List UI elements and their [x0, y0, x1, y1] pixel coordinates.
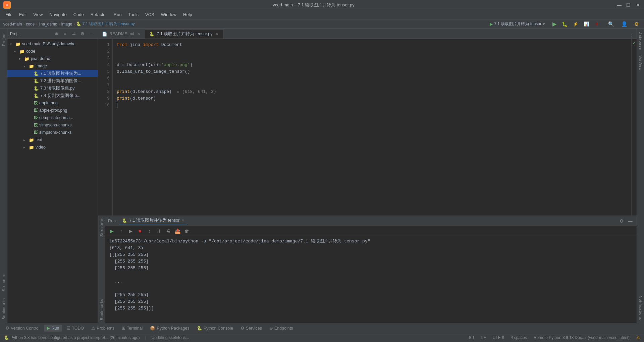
tab-71py[interactable]: 🐍 7.1 读取图片并转为 tensor.py ✕	[145, 29, 223, 39]
run-settings-btn[interactable]: ⚙	[618, 217, 625, 225]
menu-refactor[interactable]: Refactor	[88, 11, 110, 18]
status-remote[interactable]: Remote Python 3.9.13 Doc...r (vced-main-…	[532, 335, 631, 340]
editor-area: 📄 README.md ✕ 🐍 7.1 读取图片并转为 tensor.py ✕ …	[98, 29, 637, 323]
run-print-btn[interactable]: 🖨	[164, 227, 172, 235]
panel-collapse-btn[interactable]: —	[88, 30, 95, 38]
tree-item-74[interactable]: ▸ 🐍 7.4 切割大型图像.p...	[7, 92, 98, 99]
settings-button[interactable]: ⚙	[632, 20, 641, 28]
run-export-btn[interactable]: 📤	[174, 227, 181, 235]
status-python-info[interactable]: 🐍 Python 3.8 has been configured as a pr…	[3, 335, 141, 340]
bottom-tab-todo[interactable]: ☑ TODO	[64, 325, 87, 332]
breadcrumb-root[interactable]: vced-main	[3, 22, 22, 26]
bottom-tab-version-control[interactable]: ⚙ Version Control	[3, 325, 42, 332]
run-tab-close[interactable]: ✕	[181, 218, 184, 223]
menu-run[interactable]: Run	[111, 11, 124, 18]
tab-readme[interactable]: 📄 README.md ✕	[98, 29, 145, 39]
status-lf[interactable]: LF	[480, 335, 487, 340]
bottom-tab-python-console[interactable]: 🐍 Python Console	[194, 325, 236, 332]
py-file-icon: 🐍	[34, 93, 39, 98]
tree-item-72[interactable]: ▸ 🐍 7.2 进行简单的图像...	[7, 77, 98, 84]
title-bar-left	[3, 1, 11, 9]
user-button[interactable]: 👤	[619, 20, 630, 28]
database-label[interactable]: Database	[637, 29, 644, 53]
menu-vcs[interactable]: VCS	[143, 11, 157, 18]
code-content[interactable]: from jina import Document d = Document(u…	[113, 39, 631, 216]
bottom-tab-problems[interactable]: ⚠ Problems	[89, 325, 117, 332]
packages-label: Python Packages	[157, 326, 189, 331]
breadcrumb-image[interactable]: image	[61, 22, 72, 26]
bottom-tab-run[interactable]: ▶ Run	[44, 325, 62, 332]
tree-item-complicated[interactable]: ▸ 🖼 complicated-ima...	[7, 114, 98, 121]
tab-readme-close[interactable]: ✕	[136, 32, 141, 36]
menu-tools[interactable]: Tools	[126, 11, 141, 18]
project-label[interactable]: Project	[0, 29, 7, 49]
profile-button[interactable]: 📊	[582, 20, 591, 27]
tree-arrow: ▸	[23, 146, 28, 149]
menu-navigate[interactable]: Navigate	[47, 11, 69, 18]
panel-list-btn[interactable]: ≡	[61, 30, 69, 38]
run-split-btn[interactable]: ↕	[146, 227, 153, 235]
status-line-col[interactable]: 8:1	[468, 335, 476, 340]
run-bookmarks-label[interactable]: Bookmarks	[98, 296, 105, 323]
notifications-label[interactable]: Notifications	[637, 293, 644, 323]
tree-item-apple-proc[interactable]: ▸ 🖼 apple-proc.png	[7, 107, 98, 114]
run-clear-btn[interactable]: 🗑	[183, 227, 191, 235]
tree-item-73[interactable]: ▸ 🐍 7.3 读取图像集.py	[7, 84, 98, 92]
bookmarks-label[interactable]: Bookmarks	[0, 295, 7, 323]
run-tab[interactable]: 🐍 7.1 读取图片并转为 tensor ✕	[119, 216, 187, 225]
tree-item-apple-png[interactable]: ▸ 🖼 apple.png	[7, 99, 98, 107]
run-collapse-btn[interactable]: —	[627, 217, 634, 225]
code-line-10	[117, 102, 627, 109]
run-scroll-up-btn[interactable]: ↑	[117, 227, 125, 235]
tree-item-text[interactable]: ▸ 📁 text	[7, 136, 98, 144]
tab-bar: 📄 README.md ✕ 🐍 7.1 读取图片并转为 tensor.py ✕ …	[98, 29, 637, 39]
panel-settings-btn[interactable]: ⚙	[79, 30, 86, 38]
run-restart-btn[interactable]: ▶	[108, 227, 115, 235]
close-button[interactable]: ✕	[635, 2, 641, 8]
menu-help[interactable]: Help	[180, 11, 195, 18]
bottom-tab-endpoints[interactable]: ⊕ Endpoints	[267, 325, 296, 332]
structure-label[interactable]: Structure	[0, 270, 7, 295]
breadcrumb-code[interactable]: code	[26, 22, 35, 26]
search-toolbar-button[interactable]: 🔍	[606, 20, 616, 28]
stop-button[interactable]: ⏸	[592, 20, 601, 27]
panel-sort-btn[interactable]: ⇄	[70, 30, 77, 38]
run-label: Run:	[108, 219, 117, 223]
tree-item-simpsons1[interactable]: ▸ 🖼 simpsons-chunks.	[7, 121, 98, 129]
panel-add-btn[interactable]: ⊕	[53, 30, 60, 38]
breadcrumb-file[interactable]: 🐍 7.1 读取图片并转为 tensor.py	[76, 21, 135, 27]
maximize-button[interactable]: ❐	[626, 2, 631, 8]
status-spaces[interactable]: 4 spaces	[509, 335, 528, 340]
status-updating[interactable]: Updating skeletons...	[150, 335, 191, 340]
tree-item-image[interactable]: ▾ 📁 image	[7, 62, 98, 70]
menu-edit[interactable]: Edit	[16, 11, 29, 18]
tree-item-jinademo[interactable]: ▾ 📁 jina_demo	[7, 55, 98, 62]
bottom-tab-python-packages[interactable]: 📦 Python Packages	[147, 325, 192, 332]
status-warning[interactable]: ⚠	[635, 335, 641, 340]
menu-file[interactable]: File	[3, 11, 15, 18]
breadcrumb-jina[interactable]: jina_demo	[39, 22, 57, 26]
menu-window[interactable]: Window	[158, 11, 179, 18]
run-structure-label[interactable]: Structure	[98, 216, 105, 239]
bottom-tab-terminal[interactable]: ⊞ Terminal	[119, 325, 145, 332]
run-with-coverage[interactable]: ⚡	[571, 20, 580, 27]
minimize-button[interactable]: —	[616, 2, 622, 8]
menu-view[interactable]: View	[31, 11, 45, 18]
status-encoding[interactable]: UTF-8	[491, 335, 505, 340]
tree-item-code[interactable]: ▾ 📁 code	[7, 48, 98, 55]
run-config-selector[interactable]: ▶ 7.1 读取图片并转为 tensor ▾	[487, 20, 548, 27]
run-button[interactable]: ▶	[550, 20, 558, 28]
tree-item-video[interactable]: ▸ 📁 video	[7, 144, 98, 151]
debug-button[interactable]: 🐛	[560, 20, 570, 28]
tree-item-simpsons2[interactable]: ▸ 🖼 simpsons-chunks	[7, 129, 98, 136]
run-pause-btn[interactable]: ⏸	[155, 227, 162, 235]
menu-code[interactable]: Code	[71, 11, 87, 18]
tab-71py-close[interactable]: ✕	[214, 32, 219, 37]
tab-more-button[interactable]: ⋮	[627, 34, 637, 39]
run-stop-btn[interactable]: ■	[136, 227, 144, 235]
run-play-btn[interactable]: ▶	[127, 227, 134, 235]
bottom-tab-services[interactable]: ⚙ Services	[238, 325, 265, 332]
tree-item-71[interactable]: ▸ 🐍 7.1 读取图片并转为...	[7, 70, 98, 77]
tree-item-root[interactable]: ▾ 📁 vced-main E:\Study\datawha	[7, 40, 98, 48]
sciview-label[interactable]: SciView	[637, 53, 644, 73]
